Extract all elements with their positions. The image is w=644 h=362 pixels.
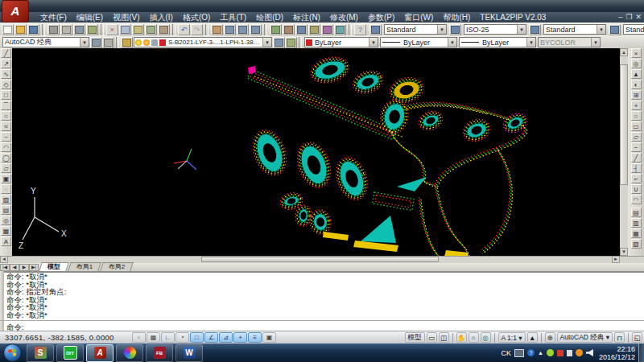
draw-tool-button[interactable]: ○: [1, 111, 11, 121]
battery-tray-icon[interactable]: [567, 350, 572, 356]
toolbar1-zoom-realtime-button[interactable]: [224, 24, 236, 35]
toolbar1-publish-button[interactable]: [73, 24, 85, 35]
vertical-scroll-thumb[interactable]: [620, 64, 628, 185]
style-dropdown[interactable]: Standard▾: [623, 24, 644, 35]
tab-nav-button[interactable]: ▶|: [29, 264, 39, 271]
toolbar1-save-button[interactable]: [27, 24, 39, 35]
linetype-dropdown[interactable]: ByLayer▾: [380, 37, 457, 47]
toggle-otrack-button[interactable]: ∠: [204, 332, 218, 343]
workspace-gear-icon[interactable]: ⊛: [545, 332, 555, 343]
toggle-polar-button[interactable]: ◔: [175, 332, 189, 343]
taskbar-app-s-tool[interactable]: S: [27, 344, 54, 362]
draw-tool-button[interactable]: ◯: [1, 153, 11, 162]
modify-tool-button[interactable]: ⊞: [631, 90, 642, 100]
toggle-osnap-button[interactable]: □: [190, 332, 204, 343]
menu-item[interactable]: 文件(F): [35, 12, 72, 23]
draworder-tool-button[interactable]: ▤: [631, 208, 642, 217]
menu-item[interactable]: 修改(M): [325, 12, 363, 23]
modify-tool-button[interactable]: −: [631, 142, 642, 152]
toolbar1-redo-button[interactable]: ↷: [191, 24, 203, 35]
menu-item[interactable]: 帮助(H): [438, 12, 475, 23]
draworder-tool-button[interactable]: ▦: [631, 228, 642, 238]
toolbar1-copy-button[interactable]: [119, 24, 131, 35]
drawing-area[interactable]: YXZ: [12, 48, 620, 256]
draw-tool-button[interactable]: ·: [1, 184, 11, 194]
taskbar-clock[interactable]: 22:162016/12/12: [599, 345, 635, 361]
draw-tool-button[interactable]: ▣: [1, 174, 11, 183]
make-layer-current-icon[interactable]: [273, 37, 285, 48]
draw-tool-button[interactable]: ▦: [1, 226, 11, 236]
menu-item[interactable]: 工具(T): [215, 12, 251, 23]
layer-dropdown[interactable]: S-B2021-LYF-3-...1-LPH-1-389242▾: [134, 37, 272, 47]
toolbar1-zoom-previous-button[interactable]: [250, 24, 262, 35]
draw-tool-button[interactable]: ▱: [1, 163, 11, 173]
draworder-tool-button[interactable]: ▧: [631, 239, 642, 249]
modify-tool-button[interactable]: ◐: [631, 80, 642, 89]
modify-tool-button[interactable]: ▱: [631, 132, 642, 142]
toggle-qp-button[interactable]: ▣: [262, 332, 276, 343]
chevron-down-icon[interactable]: ▾: [597, 25, 605, 34]
menu-item[interactable]: 插入(I): [144, 12, 177, 23]
taskbar-app-autocad[interactable]: A: [86, 344, 114, 362]
draw-tool-button[interactable]: □: [1, 90, 11, 100]
draw-tool-button[interactable]: ⌒: [1, 101, 11, 110]
toolbar1-designcenter-button[interactable]: [283, 24, 295, 35]
toolbar-lock-icon[interactable]: ⊓: [614, 332, 625, 343]
scroll-down-icon[interactable]: ▼: [620, 248, 628, 256]
zoom-icon[interactable]: ○: [469, 332, 479, 343]
toggle-ducs-button[interactable]: ⊿: [219, 332, 233, 343]
autocad-logo-icon[interactable]: A: [2, 0, 29, 23]
show-desktop-button[interactable]: [638, 343, 644, 362]
toolbar1-pan-button[interactable]: [211, 24, 223, 35]
modify-tool-button[interactable]: ⌐: [631, 174, 642, 183]
modify-tool-button[interactable]: ◎: [631, 59, 642, 68]
cad-canvas[interactable]: YXZ: [13, 51, 620, 256]
draw-tool-button[interactable]: ◠: [1, 142, 11, 152]
draw-tool-button[interactable]: ↗: [1, 59, 11, 68]
toolbar1-undo-button[interactable]: ↶: [178, 24, 190, 35]
start-button[interactable]: [3, 343, 22, 362]
menu-item[interactable]: 参数(P): [363, 12, 399, 23]
menu-item[interactable]: 格式(O): [178, 12, 215, 23]
draw-tool-button[interactable]: ~: [1, 132, 11, 142]
toolbar1-zoom-window-button[interactable]: [237, 24, 249, 35]
toolbar1-sheet-set-button[interactable]: [308, 24, 320, 35]
tab-layout2[interactable]: 布局2: [101, 262, 134, 271]
menu-item[interactable]: 视图(V): [108, 12, 144, 23]
clean-screen-button[interactable]: ◱: [632, 332, 642, 343]
toolbar1-help-button[interactable]: ?: [354, 24, 366, 35]
dim-style-icon[interactable]: [449, 24, 461, 35]
annotation-visibility-icon[interactable]: ▲: [527, 332, 538, 343]
modify-tool-button[interactable]: ┤: [631, 163, 642, 173]
table-style-icon[interactable]: [529, 24, 541, 35]
modify-tool-button[interactable]: ○: [631, 111, 642, 121]
toolbar1-open-button[interactable]: [14, 24, 27, 35]
layer-properties-icon[interactable]: [121, 37, 133, 48]
toggle-lwt-button[interactable]: ≡: [248, 332, 262, 343]
draw-tool-button[interactable]: ◎: [1, 216, 11, 225]
draw-tool-button[interactable]: ▨: [1, 195, 11, 204]
style-dropdown[interactable]: Standard▾: [384, 24, 447, 35]
text-style-icon[interactable]: [369, 24, 382, 35]
modify-tool-button[interactable]: ╱: [631, 153, 642, 162]
workspace-dropdown[interactable]: AutoCAD 经典▾: [2, 37, 89, 47]
workspace-save-icon[interactable]: [102, 37, 114, 48]
modify-tool-button[interactable]: ▲: [631, 69, 642, 79]
toggle-ortho-button[interactable]: ∟: [161, 332, 175, 343]
tab-model[interactable]: 模型: [39, 262, 69, 271]
toolbar1-markup-button[interactable]: [321, 24, 333, 35]
layer-previous-icon[interactable]: [285, 37, 297, 48]
mleader-style-icon[interactable]: [609, 24, 621, 35]
menu-item[interactable]: TEKLA2PIP V2.03: [475, 12, 551, 23]
command-window-grip[interactable]: [0, 271, 4, 331]
menu-item[interactable]: 绘图(D): [251, 12, 288, 23]
pan-icon[interactable]: ✋: [456, 332, 467, 343]
help-tray-icon[interactable]: ?: [527, 349, 535, 356]
volume-icon[interactable]: [586, 349, 593, 356]
annotation-scale-button[interactable]: A 1:1 ▾: [498, 332, 526, 343]
modify-tool-button[interactable]: ▭: [631, 121, 642, 131]
style-dropdown[interactable]: Standard▾: [543, 24, 606, 35]
toolbar1-export-dwf-button[interactable]: [86, 24, 98, 35]
workspace-settings-icon[interactable]: [90, 37, 102, 48]
workspace-switch-button[interactable]: AutoCAD 经典 ▾: [557, 332, 613, 343]
